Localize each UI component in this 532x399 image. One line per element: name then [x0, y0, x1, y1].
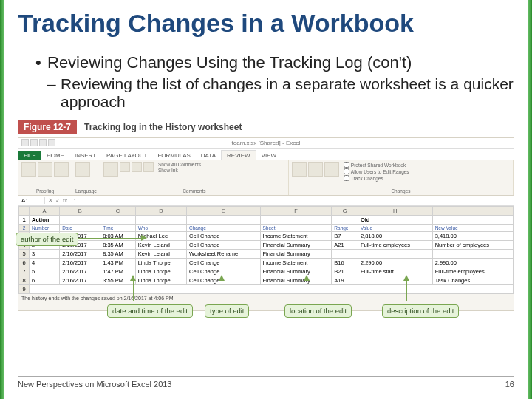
tab-file[interactable]: FILE	[18, 151, 41, 160]
slide-title: Tracking Changes in a Workbook	[18, 9, 514, 44]
ribbon-tabs: FILE HOME INSERT PAGE LAYOUT FORMULAS DA…	[18, 149, 514, 160]
next-comment-icon[interactable]	[143, 162, 154, 172]
callout-type: type of edit	[205, 304, 249, 318]
callout-line	[222, 281, 222, 301]
table-row: 642/16/20171:43 PMLinda ThorpeCell Chang…	[19, 259, 514, 267]
share-workbook-icon[interactable]	[324, 162, 339, 177]
group-label-proofing: Proofing	[21, 188, 69, 194]
table-row: 9	[19, 285, 514, 294]
arrow-icon	[219, 275, 225, 281]
col-headers: ABCDEFGH	[19, 207, 514, 216]
group-proofing: Proofing	[18, 160, 72, 195]
show-ink[interactable]: Show Ink	[158, 168, 201, 173]
group-language: Language	[72, 160, 100, 195]
table-row: 312/16/20178:03 AMMichael LeeCell Change…	[19, 232, 514, 241]
callout-line	[133, 281, 134, 301]
fx-icon[interactable]: fx	[63, 197, 67, 204]
research-icon[interactable]	[38, 162, 52, 177]
page-number: 16	[505, 380, 514, 389]
callout-description: description of the edit	[382, 304, 459, 318]
tab-view[interactable]: VIEW	[256, 151, 282, 160]
enter-icon[interactable]: ✓	[55, 197, 61, 204]
callout-line	[307, 281, 307, 301]
quick-access-toolbar	[21, 139, 55, 146]
group-changes: Protect Shared Workbook Allow Users to E…	[289, 160, 514, 195]
left-accent-bar	[0, 0, 4, 399]
tab-home[interactable]: HOME	[41, 151, 69, 160]
slide-content: Tracking Changes in a Workbook Reviewing…	[18, 9, 514, 311]
right-accent-bar	[528, 0, 532, 399]
bullet-level2: Reviewing the list of changes in a separ…	[35, 75, 514, 111]
table-row: 752/16/20171:47 PMLinda ThorpeCell Chang…	[19, 267, 514, 276]
track-changes[interactable]: Track Changes	[344, 175, 409, 181]
slide-footer: New Perspectives on Microsoft Excel 2013…	[18, 376, 514, 389]
tab-data[interactable]: DATA	[196, 151, 221, 160]
translate-icon[interactable]	[75, 162, 90, 177]
show-all-comments[interactable]: Show All Comments	[158, 162, 201, 167]
callout-author: author of the edit	[16, 233, 78, 246]
history-note: The history ends with the changes saved …	[18, 294, 514, 302]
table-row: 2NumberDateTimeWhoChangeSheetRangeValueN…	[19, 225, 514, 232]
protect-sheet-icon[interactable]	[292, 162, 307, 177]
delete-comment-icon[interactable]	[120, 162, 130, 172]
excel-icon	[21, 139, 29, 146]
arrow-icon	[130, 275, 136, 281]
formula-bar: A1 ✕✓fx 1	[18, 196, 514, 206]
group-label-comments: Comments	[103, 188, 285, 194]
footer-left: New Perspectives on Microsoft Excel 2013	[18, 380, 171, 389]
window-title: team.xlsx [Shared] - Excel	[18, 138, 514, 149]
tab-pagelayout[interactable]: PAGE LAYOUT	[101, 151, 152, 160]
name-box[interactable]: A1	[18, 197, 45, 204]
callout-line	[406, 281, 407, 301]
protect-share-workbook[interactable]: Protect Shared Workbook	[344, 162, 409, 168]
redo-icon	[48, 139, 55, 146]
allow-edit-ranges[interactable]: Allow Users to Edit Ranges	[344, 168, 409, 174]
undo-icon	[39, 139, 47, 146]
figure-label: Figure 12-7 Tracking log in the History …	[18, 120, 514, 134]
formula-value[interactable]: 1	[70, 197, 79, 204]
ribbon-body: Proofing Language Show All Comments Show…	[18, 160, 514, 196]
table-row: 532/16/20178:35 AMKevin LelandWorksheet …	[19, 250, 514, 259]
bullet-list: Reviewing Changes Using the Tracking Log…	[18, 53, 514, 111]
thesaurus-icon[interactable]	[54, 162, 69, 177]
group-comments: Show All Comments Show Ink Comments	[100, 160, 289, 195]
group-label-changes: Changes	[292, 188, 510, 194]
table-row: 1ActionOld	[19, 216, 514, 225]
figure-caption: Tracking log in the History worksheet	[84, 122, 242, 132]
prev-comment-icon[interactable]	[132, 162, 142, 172]
arrow-icon	[403, 275, 409, 281]
tab-formulas[interactable]: FORMULAS	[152, 151, 195, 160]
callout-location: location of the edit	[284, 304, 352, 318]
history-table: ABCDEFGH 1ActionOld 2NumberDateTimeWhoCh…	[18, 206, 514, 294]
arrow-icon	[141, 235, 147, 241]
save-icon	[30, 139, 38, 146]
bullet-level1: Reviewing Changes Using the Tracking Log…	[35, 53, 514, 72]
group-label-language: Language	[75, 188, 97, 194]
callout-line	[78, 238, 143, 239]
arrow-icon	[304, 275, 310, 281]
new-comment-icon[interactable]	[103, 162, 118, 177]
spelling-icon[interactable]	[21, 162, 36, 177]
tab-review[interactable]: REVIEW	[221, 150, 256, 160]
fx-icons: ✕✓fx	[45, 197, 70, 204]
excel-screenshot: team.xlsx [Shared] - Excel FILE HOME INS…	[18, 137, 514, 311]
protect-workbook-icon[interactable]	[308, 162, 323, 177]
worksheet: ABCDEFGH 1ActionOld 2NumberDateTimeWhoCh…	[18, 206, 514, 302]
callout-datetime: date and time of the edit	[107, 304, 193, 318]
cancel-icon[interactable]: ✕	[48, 197, 53, 204]
figure-number: Figure 12-7	[18, 120, 77, 134]
table-row: 422/16/20178:35 AMKevin LelandCell Chang…	[19, 241, 514, 250]
tab-insert[interactable]: INSERT	[69, 151, 101, 160]
table-row: 862/16/20173:55 PMLinda ThorpeCell Chang…	[19, 276, 514, 285]
